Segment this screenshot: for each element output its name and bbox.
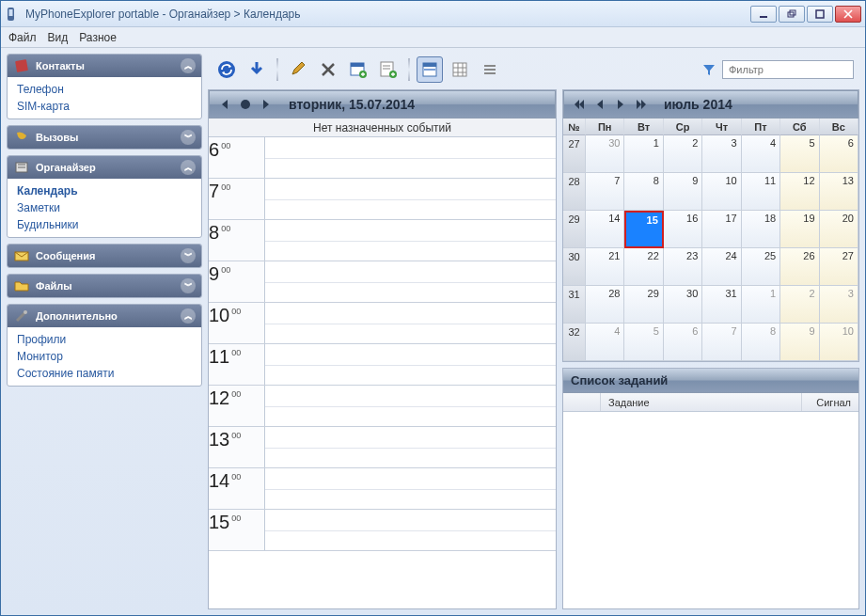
- hour-row[interactable]: 1500: [209, 510, 556, 551]
- hour-slot[interactable]: [265, 510, 556, 550]
- month-day-cell[interactable]: 30: [664, 286, 702, 324]
- month-day-cell[interactable]: 20: [820, 211, 858, 248]
- hour-slot[interactable]: [265, 179, 556, 219]
- month-day-cell[interactable]: 19: [780, 211, 819, 248]
- month-day-cell[interactable]: 9: [780, 324, 819, 361]
- tasks-col-signal[interactable]: Сигнал: [802, 393, 858, 411]
- edit-button[interactable]: [285, 56, 311, 83]
- month-day-cell[interactable]: 6: [664, 324, 702, 361]
- month-day-cell[interactable]: 21: [586, 248, 624, 286]
- hour-row[interactable]: 700: [209, 179, 556, 220]
- hour-row[interactable]: 600: [209, 137, 556, 179]
- month-day-cell[interactable]: 1: [624, 135, 663, 173]
- month-day-cell[interactable]: 26: [780, 248, 819, 286]
- view-day-button[interactable]: [417, 56, 443, 83]
- hour-slot[interactable]: [265, 386, 556, 426]
- menu-view[interactable]: Вид: [48, 31, 69, 44]
- sync-button[interactable]: [213, 56, 240, 83]
- month-day-cell[interactable]: 2: [664, 135, 702, 173]
- download-button[interactable]: [244, 56, 270, 83]
- month-day-cell[interactable]: 31: [702, 286, 741, 324]
- prev-day-button[interactable]: [215, 95, 234, 114]
- hour-slot[interactable]: [265, 427, 556, 467]
- month-day-cell[interactable]: 23: [664, 248, 702, 286]
- next-year-button[interactable]: [632, 95, 651, 114]
- new-task-button[interactable]: [375, 56, 402, 83]
- month-day-cell[interactable]: 14: [586, 211, 624, 248]
- close-button[interactable]: [835, 6, 861, 23]
- prev-year-button[interactable]: [570, 95, 589, 114]
- sidebar-item[interactable]: Профили: [17, 333, 192, 346]
- month-day-cell[interactable]: 8: [624, 173, 663, 211]
- month-day-cell[interactable]: 3: [702, 135, 741, 173]
- menu-misc[interactable]: Разное: [79, 31, 117, 44]
- month-day-cell[interactable]: 28: [586, 286, 624, 324]
- view-list-button[interactable]: [477, 56, 503, 83]
- month-day-cell[interactable]: 7: [586, 173, 624, 211]
- filter-icon[interactable]: [701, 62, 716, 77]
- minimize-button[interactable]: [750, 6, 777, 23]
- panel-files-header[interactable]: Файлы ︾: [8, 275, 201, 297]
- month-day-cell[interactable]: 2: [780, 286, 819, 324]
- delete-button[interactable]: [315, 56, 341, 83]
- hour-slot[interactable]: [265, 344, 556, 385]
- sidebar-item[interactable]: Заметки: [17, 201, 192, 214]
- hour-slot[interactable]: [265, 137, 556, 178]
- panel-contacts-header[interactable]: Контакты ︽: [8, 55, 201, 77]
- hour-row[interactable]: 1000: [209, 303, 556, 344]
- sidebar-item[interactable]: Состояние памяти: [17, 367, 192, 380]
- hour-row[interactable]: 1100: [209, 344, 556, 386]
- month-day-cell[interactable]: 10: [820, 324, 858, 361]
- hour-row[interactable]: 1400: [209, 468, 556, 510]
- hour-slot[interactable]: [265, 261, 556, 302]
- hour-slot[interactable]: [265, 468, 556, 509]
- month-day-cell[interactable]: 18: [742, 211, 780, 248]
- next-month-button[interactable]: [611, 95, 630, 114]
- hour-grid[interactable]: 600700800900100011001200130014001500: [209, 137, 556, 608]
- tasks-col-task[interactable]: Задание: [601, 393, 802, 411]
- sidebar-item[interactable]: Будильники: [17, 218, 192, 231]
- panel-organizer-header[interactable]: Органайзер ︽: [8, 156, 201, 179]
- sidebar-item[interactable]: Календарь: [17, 184, 192, 197]
- month-day-cell[interactable]: 12: [780, 173, 819, 211]
- month-day-cell[interactable]: 4: [586, 324, 624, 361]
- month-day-cell[interactable]: 16: [664, 211, 702, 248]
- menu-file[interactable]: Файл: [8, 31, 37, 44]
- panel-extra-header[interactable]: Дополнительно ︽: [8, 305, 201, 327]
- new-event-button[interactable]: [345, 56, 371, 83]
- month-day-cell[interactable]: 24: [702, 248, 741, 286]
- month-day-cell[interactable]: 13: [820, 173, 858, 211]
- hour-slot[interactable]: [265, 303, 556, 343]
- maximize-button[interactable]: [807, 6, 833, 23]
- panel-messages-header[interactable]: Сообщения ︾: [8, 245, 201, 267]
- hour-row[interactable]: 1200: [209, 386, 556, 427]
- restore-button[interactable]: [779, 6, 805, 23]
- sidebar-item[interactable]: Монитор: [17, 350, 192, 363]
- sidebar-item[interactable]: SIM-карта: [17, 100, 192, 113]
- month-day-cell[interactable]: 30: [586, 135, 624, 173]
- month-day-cell[interactable]: 6: [820, 135, 858, 173]
- hour-row[interactable]: 800: [209, 220, 556, 261]
- month-day-cell[interactable]: 3: [820, 286, 858, 324]
- next-day-button[interactable]: [257, 95, 276, 114]
- hour-row[interactable]: 1300: [209, 427, 556, 468]
- filter-input[interactable]: [722, 60, 854, 79]
- sidebar-item[interactable]: Телефон: [17, 83, 192, 96]
- month-day-cell[interactable]: 15: [624, 211, 663, 248]
- panel-calls-header[interactable]: Вызовы ︾: [8, 126, 201, 149]
- month-day-cell[interactable]: 22: [624, 248, 663, 286]
- prev-month-button[interactable]: [590, 95, 609, 114]
- month-day-cell[interactable]: 25: [742, 248, 780, 286]
- month-day-cell[interactable]: 8: [742, 324, 780, 361]
- today-button[interactable]: [236, 95, 255, 114]
- month-day-cell[interactable]: 11: [742, 173, 780, 211]
- view-week-button[interactable]: [447, 56, 473, 83]
- month-day-cell[interactable]: 29: [624, 286, 663, 324]
- month-day-cell[interactable]: 5: [624, 324, 663, 361]
- hour-slot[interactable]: [265, 220, 556, 261]
- month-day-cell[interactable]: 9: [664, 173, 702, 211]
- month-day-cell[interactable]: 27: [820, 248, 858, 286]
- month-day-cell[interactable]: 17: [702, 211, 741, 248]
- month-day-cell[interactable]: 7: [702, 324, 741, 361]
- tasks-list[interactable]: [563, 412, 858, 608]
